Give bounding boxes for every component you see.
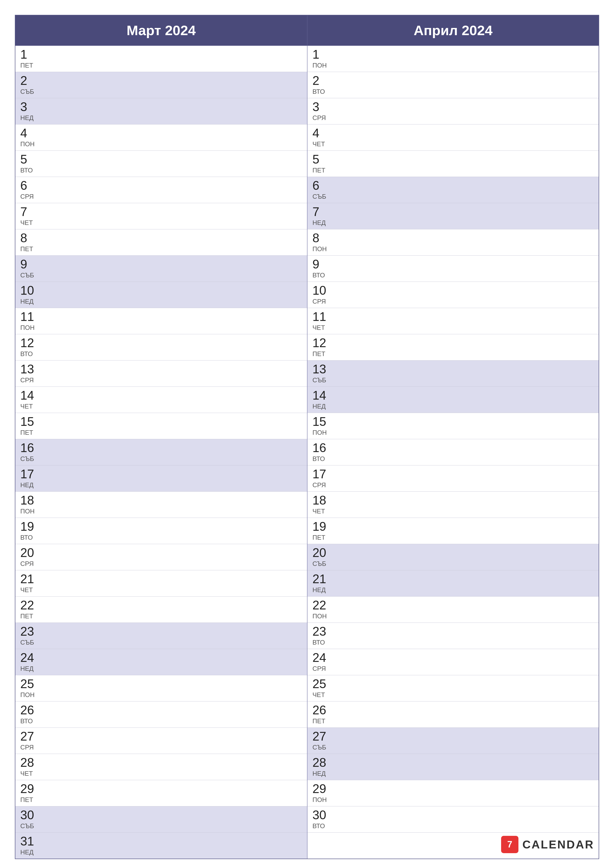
day-name: СРЯ xyxy=(312,298,330,305)
day-name: СРЯ xyxy=(20,193,37,200)
march-day-1: 1 ПЕТ xyxy=(16,46,307,72)
day-info: 22 ПЕТ xyxy=(20,599,37,620)
day-number: 7 xyxy=(312,206,330,218)
march-day-11: 11 ПОН xyxy=(16,308,307,334)
day-info: 17 СРЯ xyxy=(312,468,330,489)
day-number: 17 xyxy=(20,468,37,480)
day-number: 29 xyxy=(20,783,37,795)
day-name: ПОН xyxy=(312,612,330,620)
day-info: 4 ЧЕТ xyxy=(312,127,330,148)
day-number: 13 xyxy=(20,363,37,375)
day-name: СРЯ xyxy=(20,560,37,567)
day-info: 7 ЧЕТ xyxy=(20,206,37,227)
day-info: 18 ПОН xyxy=(20,494,37,515)
logo-area: 7 CALENDAR xyxy=(501,836,594,853)
day-name: ПЕТ xyxy=(20,612,37,620)
day-info: 8 ПОН xyxy=(312,232,330,253)
day-info: 5 ВТО xyxy=(20,153,37,174)
april-day-13: 13 СЪБ xyxy=(308,361,598,387)
april-day-29: 29 ПОН xyxy=(308,780,598,806)
april-day-12: 12 ПЕТ xyxy=(308,334,598,361)
day-info: 29 ПОН xyxy=(312,783,330,804)
april-day-22: 22 ПОН xyxy=(308,597,598,623)
march-day-6: 6 СРЯ xyxy=(16,177,307,203)
april-day-15: 15 ПОН xyxy=(308,413,598,439)
day-name: ПЕТ xyxy=(20,62,37,69)
day-name: ПЕТ xyxy=(20,245,37,253)
april-day-9: 9 ВТО xyxy=(308,256,598,282)
day-number: 14 xyxy=(312,389,330,401)
day-name: СЪБ xyxy=(312,193,330,200)
day-info: 25 ЧЕТ xyxy=(312,678,330,699)
day-name: ПОН xyxy=(312,245,330,253)
day-number: 15 xyxy=(20,415,37,428)
day-name: СЪБ xyxy=(312,377,330,384)
day-number: 12 xyxy=(20,337,37,349)
march-day-7: 7 ЧЕТ xyxy=(16,203,307,229)
april-day-11: 11 ЧЕТ xyxy=(308,308,598,334)
day-info: 4 ПОН xyxy=(20,127,37,148)
day-info: 13 СРЯ xyxy=(20,363,37,384)
april-days-column: 1 ПОН 2 ВТО 3 СРЯ 4 ЧЕТ 5 ПЕТ xyxy=(307,46,598,859)
day-info: 10 СРЯ xyxy=(312,284,330,305)
day-number: 25 xyxy=(20,678,37,690)
day-number: 27 xyxy=(20,730,37,742)
day-info: 14 ЧЕТ xyxy=(20,389,37,410)
march-day-30: 30 СЪБ xyxy=(16,806,307,832)
day-info: 26 ВТО xyxy=(20,704,37,725)
day-name: ЧЕТ xyxy=(312,507,330,515)
day-number: 30 xyxy=(312,809,330,821)
day-info: 28 НЕД xyxy=(312,756,330,777)
april-day-16: 16 ВТО xyxy=(308,439,598,465)
day-name: СЪБ xyxy=(20,271,37,279)
day-info: 26 ПЕТ xyxy=(312,704,330,725)
day-info: 14 НЕД xyxy=(312,389,330,410)
day-number: 1 xyxy=(20,48,37,60)
day-info: 21 ЧЕТ xyxy=(20,573,37,594)
day-name: ПОН xyxy=(20,140,37,148)
day-info: 13 СЪБ xyxy=(312,363,330,384)
day-info: 23 ВТО xyxy=(312,625,330,646)
day-number: 24 xyxy=(312,651,330,664)
day-number: 10 xyxy=(20,284,37,297)
logo-number: 7 xyxy=(507,839,512,850)
day-info: 10 НЕД xyxy=(20,284,37,305)
day-info: 25 ПОН xyxy=(20,678,37,699)
day-name: СРЯ xyxy=(312,481,330,489)
day-number: 27 xyxy=(312,730,330,742)
day-number: 19 xyxy=(312,520,330,533)
april-header: Април 2024 xyxy=(307,16,598,46)
logo-text: CALENDAR xyxy=(522,838,594,851)
day-info: 21 НЕД xyxy=(312,573,330,594)
day-name: НЕД xyxy=(312,403,330,410)
day-name: НЕД xyxy=(312,586,330,594)
day-name: ВТО xyxy=(312,88,330,96)
day-info: 22 ПОН xyxy=(312,599,330,620)
day-number: 15 xyxy=(312,415,330,428)
april-day-14: 14 НЕД xyxy=(308,387,598,413)
april-day-1: 1 ПОН xyxy=(308,46,598,72)
day-name: ПОН xyxy=(312,429,330,437)
april-day-24: 24 СРЯ xyxy=(308,649,598,675)
march-day-21: 21 ЧЕТ xyxy=(16,570,307,597)
day-number: 7 xyxy=(20,206,37,218)
day-info: 24 СРЯ xyxy=(312,651,330,673)
day-info: 27 СЪБ xyxy=(312,730,330,751)
day-number: 6 xyxy=(312,180,330,192)
day-name: ВТО xyxy=(20,350,37,358)
march-day-15: 15 ПЕТ xyxy=(16,413,307,439)
day-info: 19 ПЕТ xyxy=(312,520,330,541)
april-day-7: 7 НЕД xyxy=(308,203,598,229)
day-info: 2 СЪБ xyxy=(20,74,37,96)
day-number: 11 xyxy=(312,310,330,323)
march-day-4: 4 ПОН xyxy=(16,124,307,151)
april-day-19: 19 ПЕТ xyxy=(308,518,598,544)
day-name: НЕД xyxy=(20,665,37,673)
day-number: 13 xyxy=(312,363,330,375)
day-name: ВТО xyxy=(20,534,37,541)
day-name: ПЕТ xyxy=(312,166,330,174)
april-day-2: 2 ВТО xyxy=(308,72,598,98)
day-name: ЧЕТ xyxy=(312,324,330,332)
day-info: 1 ПЕТ xyxy=(20,48,37,69)
day-number: 28 xyxy=(20,756,37,769)
